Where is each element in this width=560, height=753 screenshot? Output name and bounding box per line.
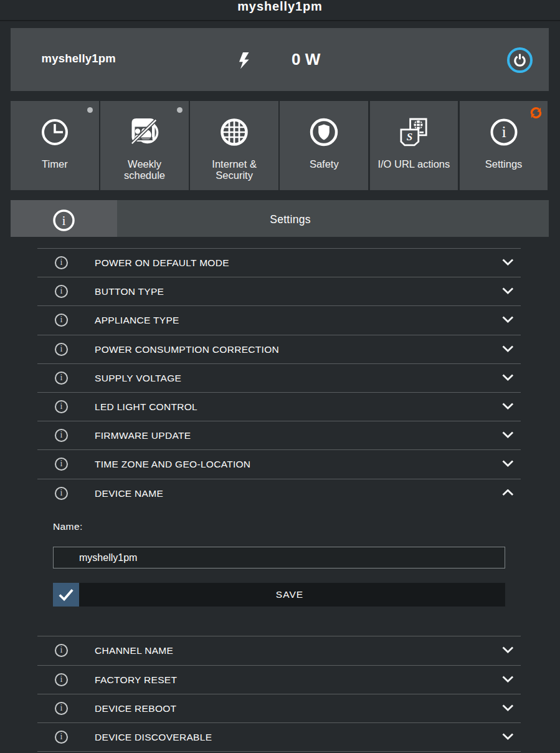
svg-text:i: i (501, 123, 506, 141)
svg-text:S: S (407, 131, 412, 143)
